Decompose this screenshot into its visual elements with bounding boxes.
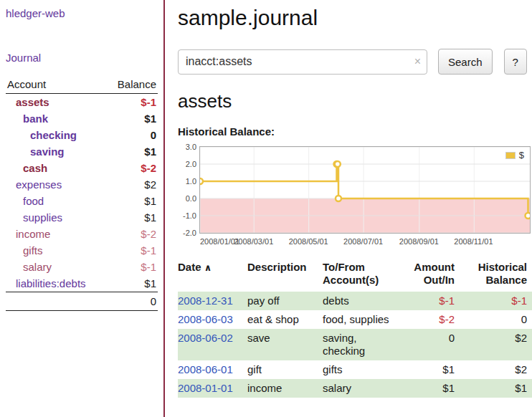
register-header-description: Description (247, 261, 323, 292)
account-name-cell: assets (6, 94, 105, 111)
x-axis-label: 2008/03/01 (234, 237, 273, 246)
account-link-income[interactable]: income (16, 228, 50, 240)
x-axis-label: 2008/05/01 (289, 237, 328, 246)
search-box: × (178, 49, 427, 75)
plot-area: $ (199, 146, 531, 234)
transaction-accounts: food, supplies (323, 310, 409, 329)
account-name-cell: expenses (6, 176, 105, 193)
y-axis-label: 3.0 (178, 143, 196, 151)
account-link-expenses[interactable]: expenses (16, 178, 62, 191)
account-balance: $-1 (105, 259, 158, 275)
account-row: supplies$1 (6, 209, 158, 226)
transaction-description: gift (247, 360, 323, 379)
page-title: sample.journal (178, 6, 532, 30)
transaction-date-link[interactable]: 2008-12-31 (178, 294, 233, 307)
account-heading: assets (178, 90, 532, 112)
accounts-total-balance: 0 (6, 292, 158, 311)
transaction-amount: $-1 (409, 292, 460, 310)
account-row: food$1 (6, 193, 158, 209)
account-balance: $-1 (105, 94, 158, 111)
register-header-balance: Historical Balance (460, 261, 532, 292)
transaction-row[interactable]: 2008-12-31pay offdebts$-1$-1 (178, 292, 532, 310)
transaction-row[interactable]: 2008-06-03eat & shopfood, supplies$-20 (178, 310, 532, 329)
transaction-accounts: gifts (323, 360, 409, 379)
transaction-date-cell: 2008-12-31 (178, 292, 247, 310)
account-name-cell: supplies (6, 209, 105, 226)
account-name-cell: liabilities:debts (6, 275, 105, 292)
transaction-accounts: saving, checking (323, 329, 409, 360)
x-axis-label: 2008/07/01 (343, 237, 383, 246)
sort-ascending-icon: ∧ (204, 262, 212, 273)
transaction-row[interactable]: 2008-01-01incomesalary$1$1 (178, 379, 532, 398)
account-name-cell: checking (6, 127, 105, 143)
account-balance: $-1 (105, 242, 158, 259)
transaction-accounts: salary (323, 379, 409, 398)
search-form: × Search ? (178, 49, 532, 75)
y-axis-label: 0.0 (178, 194, 196, 203)
transaction-amount: $1 (409, 360, 460, 379)
transaction-balance: $2 (460, 360, 532, 379)
account-row: income$-2 (6, 226, 158, 242)
transaction-date-link[interactable]: 2008-01-01 (178, 382, 233, 394)
accounts-total-row: 0 (6, 292, 158, 311)
account-row: expenses$2 (6, 176, 158, 193)
register-header-accounts: To/From Account(s) (323, 261, 409, 292)
help-button[interactable]: ? (504, 49, 527, 75)
account-row: salary$-1 (6, 259, 158, 275)
account-balance: $1 (105, 143, 158, 160)
account-name-cell: income (6, 226, 105, 242)
account-link-food[interactable]: food (23, 195, 44, 207)
account-name-cell: bank (6, 110, 105, 127)
transaction-date-link[interactable]: 2008-06-02 (178, 332, 233, 344)
account-link-gifts[interactable]: gifts (23, 244, 43, 257)
y-axis-label: -1.0 (178, 211, 196, 220)
account-row: cash$-2 (6, 160, 158, 176)
account-balance: $-2 (105, 160, 158, 176)
accounts-header-row: Account Balance (6, 77, 158, 94)
account-name-cell: gifts (6, 242, 105, 259)
transaction-amount: $1 (409, 379, 460, 398)
account-row: gifts$-1 (6, 242, 158, 259)
account-link-assets[interactable]: assets (16, 96, 49, 108)
accounts-header-account: Account (6, 77, 105, 94)
x-axis-label: 2008/09/01 (399, 237, 439, 246)
transaction-date-cell: 2008-06-02 (178, 329, 247, 360)
transaction-date-link[interactable]: 2008-06-03 (178, 313, 233, 325)
account-link-supplies[interactable]: supplies (23, 211, 62, 224)
account-link-cash[interactable]: cash (23, 162, 47, 174)
account-row: liabilities:debts$1 (6, 275, 158, 292)
nav-journal-link[interactable]: Journal (6, 52, 41, 64)
account-link-saving[interactable]: saving (30, 145, 65, 158)
transaction-description: save (247, 329, 323, 360)
transaction-description: eat & shop (247, 310, 323, 329)
chart-title: Historical Balance: (178, 125, 532, 138)
search-button[interactable]: Search (438, 49, 493, 75)
register-header-row: Date ∧ Description To/From Account(s) Am… (178, 261, 532, 292)
clear-search-icon[interactable]: × (414, 55, 421, 68)
search-input[interactable] (178, 49, 427, 75)
account-balance: $1 (105, 110, 158, 127)
account-row: saving$1 (6, 143, 158, 160)
transaction-balance: $1 (460, 379, 532, 398)
account-link-bank[interactable]: bank (23, 112, 48, 125)
transaction-date-link[interactable]: 2008-06-01 (178, 363, 233, 375)
account-link-liabilities-debts[interactable]: liabilities:debts (16, 277, 86, 289)
register-table: Date ∧ Description To/From Account(s) Am… (178, 261, 532, 398)
sidebar: hledger-web Journal Account Balance asse… (0, 0, 165, 417)
transaction-balance: $2 (460, 329, 532, 360)
transaction-row[interactable]: 2008-06-01giftgifts$1$2 (178, 360, 532, 379)
y-axis-label: 1.0 (178, 177, 196, 186)
account-balance: $1 (105, 275, 158, 292)
transaction-amount: $-2 (409, 310, 460, 329)
account-row: checking0 (6, 127, 158, 143)
y-axis-label: 2.0 (178, 160, 196, 168)
transaction-row[interactable]: 2008-06-02savesaving, checking0$2 (178, 329, 532, 360)
account-balance: $1 (105, 193, 158, 209)
account-row: assets$-1 (6, 94, 158, 111)
register-header-date[interactable]: Date ∧ (178, 261, 247, 292)
series-color-swatch-icon (505, 152, 516, 159)
app-title-link[interactable]: hledger-web (6, 7, 158, 19)
transaction-amount: 0 (409, 329, 460, 360)
account-link-salary[interactable]: salary (23, 261, 52, 273)
account-link-checking[interactable]: checking (30, 129, 77, 141)
